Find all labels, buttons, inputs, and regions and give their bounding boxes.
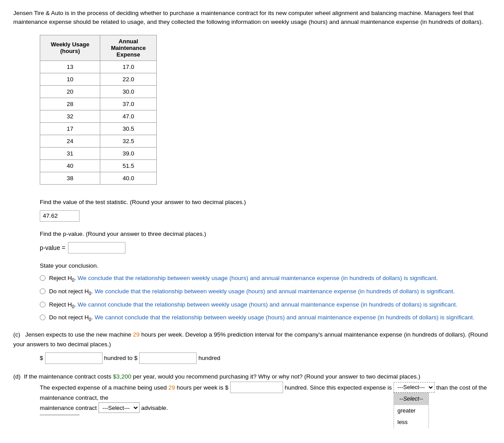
expense-cell: 39.0 [100,147,157,159]
table-row: 3139.0 [40,147,157,159]
usage-cell: 20 [40,85,100,98]
expected-expense-text: The expected expense of a machine being … [40,384,228,390]
pvalue-label: p-value = [40,244,65,251]
conclusion-radio-2[interactable] [40,288,45,294]
col1-header: Weekly Usage(hours) [40,35,100,61]
pvalue-input[interactable] [68,242,125,254]
table-row: 1730.5 [40,122,157,135]
table-row: 4051.5 [40,159,157,172]
table-row: 3247.0 [40,110,157,122]
pvalue-section: Find the p-value. (Round your answer to … [40,230,491,254]
dollar-sign-1: $ [40,353,43,363]
test-statistic-input[interactable] [40,210,80,222]
dropdown-option-greater[interactable]: greater [394,405,428,417]
intro-text: Jensen Tire & Auto is in the process of … [13,9,490,27]
advisable-dropdown[interactable]: ---Select--- is is not [99,402,140,413]
prediction-high-input[interactable] [139,352,197,364]
conclusion-option-1: Reject H0. We conclude that the relation… [40,274,491,284]
expense-cell: 30.5 [100,122,157,135]
hundred-since-text: hundred. Since this expected expense is [285,384,394,390]
maintenance-contract-label: maintenance contract [40,405,99,411]
part-c-label: (c) [13,331,23,338]
test-statistic-prompt: Find the value of the test statistic. (R… [40,198,491,207]
expense-cell: 30.0 [100,85,157,98]
part-c-text: Jensen expects to use the new machine 29… [13,331,488,348]
advisable-text: advisable. [141,405,168,411]
expense-cell: 17.0 [100,61,157,73]
usage-cell: 32 [40,110,100,122]
data-table: Weekly Usage(hours) AnnualMaintenanceExp… [40,35,157,185]
dropdown-option-less[interactable]: less [394,416,428,428]
expense-cell: 22.0 [100,73,157,85]
expense-cell: 37.0 [100,98,157,110]
usage-cell: 40 [40,159,100,172]
usage-cell: 38 [40,172,100,184]
conclusion-radio-1[interactable] [40,275,45,281]
prediction-low-input[interactable] [45,352,102,364]
dropdown-header: --Select-- [394,393,428,405]
conclusion-option-3: Reject H0. We cannot conclude that the r… [40,300,491,310]
usage-cell: 13 [40,61,100,73]
test-statistic-section: Find the value of the test statistic. (R… [40,198,491,222]
expense-cell: 47.0 [100,110,157,122]
table-row: 1317.0 [40,61,157,73]
table-row: 2837.0 [40,98,157,110]
expected-expense-input[interactable] [230,382,283,393]
usage-cell: 10 [40,73,100,85]
table-row: 1022.0 [40,73,157,85]
conclusion-radio-4[interactable] [40,314,45,320]
hundred-to-label: hundred to $ [104,353,138,363]
table-row: 2432.5 [40,135,157,147]
conclusion-prompt: State your conclusion. [40,261,491,270]
conclusion-radio-3[interactable] [40,302,45,307]
part-d-prompt: (d) If the maintenance contract costs $3… [13,372,491,382]
compare-dropdown-open: --Select-- greater less [394,393,429,429]
compare-dropdown[interactable]: ---Select--- greater less [394,382,435,393]
conclusion-option-2: Do not reject H0. We conclude that the r… [40,287,491,297]
hundred-label: hundred [198,353,220,363]
conclusion-section: State your conclusion. Reject H0. We con… [40,261,491,323]
usage-cell: 28 [40,98,100,110]
expense-cell: 40.0 [100,172,157,184]
pvalue-prompt: Find the p-value. (Round your answer to … [40,230,491,239]
usage-cell: 17 [40,122,100,135]
col2-header: AnnualMaintenanceExpense [100,35,157,61]
table-row: 3840.0 [40,172,157,184]
compare-dropdown-wrapper: ---Select--- greater less --Select-- gre… [394,382,435,393]
part-c-section: (c) Jensen expects to use the new machin… [13,330,491,364]
answer-underline [40,415,80,415]
usage-cell: 31 [40,147,100,159]
expense-cell: 51.5 [100,159,157,172]
prediction-row: $ hundred to $ hundred [40,352,491,364]
part-d-section: (d) If the maintenance contract costs $3… [13,372,491,415]
expense-cell: 32.5 [100,135,157,147]
conclusion-option-4: Do not reject H0. We cannot conclude tha… [40,313,491,323]
part-d-answer-row: The expected expense of a machine being … [40,382,491,413]
usage-cell: 24 [40,135,100,147]
table-row: 2030.0 [40,85,157,98]
